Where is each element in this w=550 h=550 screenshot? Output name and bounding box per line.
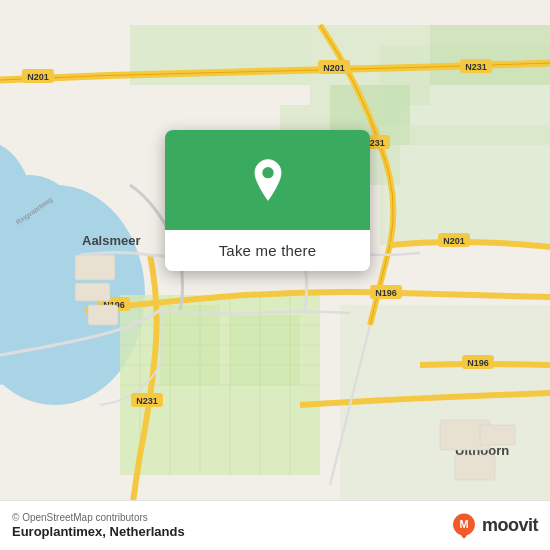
location-name: Europlantimex, Netherlands (12, 524, 185, 539)
svg-text:N201: N201 (27, 72, 49, 82)
svg-point-53 (262, 167, 273, 178)
svg-rect-47 (75, 255, 115, 280)
svg-rect-6 (430, 25, 550, 85)
bottom-info: © OpenStreetMap contributors Europlantim… (12, 512, 185, 539)
svg-rect-49 (88, 305, 118, 325)
svg-text:N231: N231 (465, 62, 487, 72)
svg-rect-23 (340, 305, 550, 505)
moovit-logo: M moovit (450, 512, 538, 540)
svg-text:N196: N196 (467, 358, 489, 368)
svg-rect-12 (230, 315, 300, 385)
popup-header (165, 130, 370, 230)
moovit-icon: M (450, 512, 478, 540)
take-me-there-button[interactable]: Take me there (165, 230, 370, 271)
svg-text:N231: N231 (136, 396, 158, 406)
osm-credit: © OpenStreetMap contributors (12, 512, 185, 523)
svg-rect-9 (380, 125, 550, 245)
svg-rect-51 (455, 455, 495, 480)
moovit-text: moovit (482, 515, 538, 536)
bottom-bar: © OpenStreetMap contributors Europlantim… (0, 500, 550, 550)
svg-text:N196: N196 (375, 288, 397, 298)
location-pin-icon (246, 158, 290, 202)
map-background: N201 N201 N231 N231 N231 N231 N196 N196 … (0, 0, 550, 550)
svg-rect-48 (75, 283, 110, 301)
map-container: N201 N201 N231 N231 N231 N231 N196 N196 … (0, 0, 550, 550)
popup-card: Take me there (165, 130, 370, 271)
svg-text:N201: N201 (323, 63, 345, 73)
svg-text:N201: N201 (443, 236, 465, 246)
svg-text:Aalsmeer: Aalsmeer (82, 233, 141, 248)
svg-text:M: M (459, 518, 468, 530)
svg-rect-52 (480, 425, 515, 445)
